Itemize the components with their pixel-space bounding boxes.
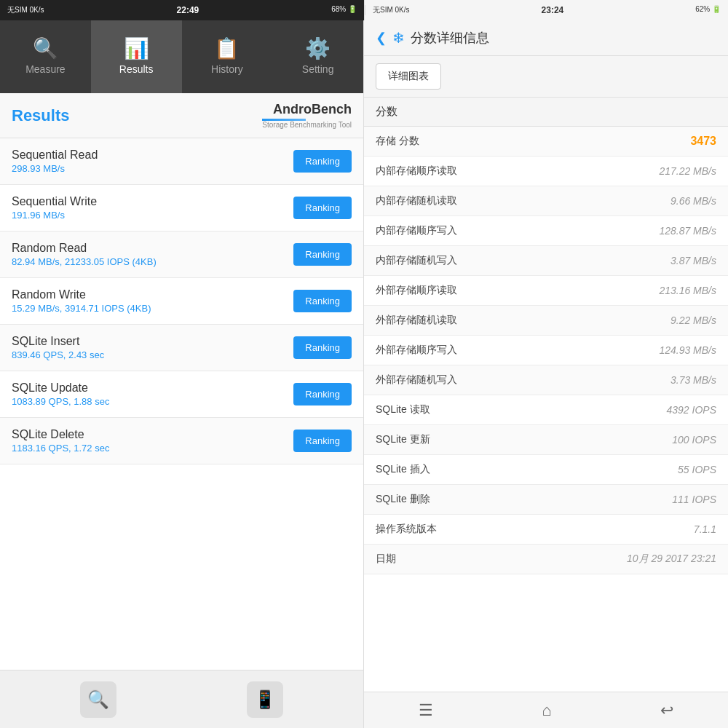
right-time: 23:24	[542, 5, 564, 15]
score-row: SQLite 删除 111 IOPS	[364, 485, 728, 515]
benchmark-value: 1083.89 QPS, 1.88 sec	[12, 396, 109, 407]
score-row: 内部存储随机写入 3.87 MB/s	[364, 246, 728, 276]
score-value: 100 IOPS	[672, 434, 716, 446]
benchmark-info: Random Read 82.94 MB/s, 21233.05 IOPS (4…	[12, 242, 157, 267]
results-title: Results	[12, 106, 69, 125]
score-row: 外部存储顺序写入 124.93 MB/s	[364, 336, 728, 365]
benchmark-value: 839.46 QPS, 2.43 sec	[12, 349, 104, 360]
score-label: 外部存储随机读取	[376, 314, 457, 327]
ranking-button[interactable]: Ranking	[293, 336, 352, 359]
benchmark-info: SQLite Update 1083.89 QPS, 1.88 sec	[12, 381, 109, 407]
results-tab-label: Results	[119, 63, 154, 75]
snowflake-icon: ❄	[392, 29, 405, 47]
menu-nav-icon[interactable]: ☰	[419, 701, 433, 720]
score-row: 操作系统版本 7.1.1	[364, 515, 728, 545]
right-bottom-nav: ☰ ⌂ ↩	[364, 692, 728, 728]
home-nav-icon[interactable]: ⌂	[542, 701, 551, 720]
setting-icon: ⚙️	[305, 39, 331, 59]
score-row: 存储 分数 3473	[364, 127, 728, 157]
benchmark-info: SQLite Insert 839.46 QPS, 2.43 sec	[12, 335, 104, 360]
ranking-button[interactable]: Ranking	[293, 243, 352, 266]
benchmark-row: Random Read 82.94 MB/s, 21233.05 IOPS (4…	[0, 232, 363, 278]
results-header: Results AndroBench Storage Benchmarking …	[0, 93, 363, 138]
tab-setting[interactable]: ⚙️ Setting	[272, 20, 363, 93]
score-value: 213.16 MB/s	[659, 285, 716, 296]
detail-chart-button[interactable]: 详细图表	[376, 63, 441, 90]
benchmark-row: Sequential Read 298.93 MB/s Ranking	[0, 138, 363, 185]
score-row: 内部存储随机读取 9.66 MB/s	[364, 186, 728, 216]
ranking-button[interactable]: Ranking	[293, 150, 352, 173]
benchmark-list: Sequential Read 298.93 MB/s Ranking Sequ…	[0, 138, 363, 670]
back-nav-icon[interactable]: ↩	[660, 701, 673, 720]
score-row: 内部存储顺序写入 128.87 MB/s	[364, 216, 728, 246]
ranking-button[interactable]: Ranking	[293, 290, 352, 312]
benchmark-name: SQLite Insert	[12, 335, 104, 348]
right-header: ❮ ❄ 分数详细信息	[364, 20, 728, 56]
score-label: SQLite 读取	[376, 403, 430, 416]
score-label: 内部存储随机读取	[376, 194, 457, 207]
tab-history[interactable]: 📋 History	[182, 20, 273, 93]
score-row: 外部存储随机读取 9.22 MB/s	[364, 306, 728, 336]
history-label: History	[211, 63, 243, 75]
score-value: 3473	[690, 135, 716, 148]
score-label: 内部存储随机写入	[376, 254, 457, 267]
score-label: 内部存储顺序写入	[376, 224, 457, 237]
score-value: 4392 IOPS	[667, 404, 717, 416]
tab-results[interactable]: 📊 Results	[91, 20, 182, 93]
benchmark-name: SQLite Delete	[12, 428, 109, 441]
setting-label: Setting	[302, 63, 334, 75]
left-time: 22:49	[177, 5, 199, 15]
score-row: 外部存储随机写入 3.73 MB/s	[364, 365, 728, 395]
left-bottom: 🔍 📱	[0, 670, 363, 728]
left-battery: 68% 🔋	[331, 5, 357, 15]
benchmark-value: 82.94 MB/s, 21233.05 IOPS (4KB)	[12, 256, 157, 267]
benchmark-name: Random Read	[12, 242, 157, 255]
benchmark-value: 191.96 MB/s	[12, 210, 97, 221]
score-value: 9.66 MB/s	[670, 195, 716, 207]
benchmark-value: 1183.16 QPS, 1.72 sec	[12, 443, 109, 454]
ranking-button[interactable]: Ranking	[293, 430, 352, 452]
score-row: 外部存储顺序读取 213.16 MB/s	[364, 276, 728, 306]
detail-btn-area: 详细图表	[364, 56, 728, 98]
left-signal: 无SIM 0K/s	[7, 5, 44, 15]
score-value: 3.73 MB/s	[670, 374, 716, 386]
ranking-button[interactable]: Ranking	[293, 383, 352, 405]
benchmark-info: Sequential Write 191.96 MB/s	[12, 195, 97, 221]
benchmark-name: Sequential Read	[12, 149, 98, 162]
benchmark-row: SQLite Update 1083.89 QPS, 1.88 sec Rank…	[0, 371, 363, 418]
bottom-icon-2: 📱	[247, 681, 283, 718]
score-value: 128.87 MB/s	[659, 225, 716, 237]
benchmark-name: Sequential Write	[12, 195, 97, 208]
score-value: 217.22 MB/s	[659, 165, 716, 177]
score-value: 124.93 MB/s	[659, 344, 716, 356]
score-label: SQLite 更新	[376, 433, 430, 446]
score-label: SQLite 插入	[376, 463, 430, 476]
bottom-icon-1: 🔍	[80, 681, 116, 718]
back-arrow[interactable]: ❮	[376, 30, 387, 46]
score-row: SQLite 更新 100 IOPS	[364, 425, 728, 455]
score-label: 操作系统版本	[376, 523, 437, 536]
tab-measure[interactable]: 🔍 Measure	[0, 20, 91, 93]
score-label: SQLite 删除	[376, 493, 430, 506]
benchmark-info: SQLite Delete 1183.16 QPS, 1.72 sec	[12, 428, 109, 454]
benchmark-name: SQLite Update	[12, 381, 109, 395]
right-battery: 62% 🔋	[695, 5, 721, 15]
score-label: 存储 分数	[376, 135, 419, 148]
results-icon: 📊	[124, 39, 149, 59]
score-row: 日期 10月 29 2017 23:21	[364, 545, 728, 574]
score-value: 55 IOPS	[678, 464, 716, 475]
benchmark-name: Random Write	[12, 288, 151, 301]
score-section-header: 分数	[364, 98, 728, 127]
benchmark-row: Random Write 15.29 MB/s, 3914.71 IOPS (4…	[0, 278, 363, 325]
benchmark-row: Sequential Write 191.96 MB/s Ranking	[0, 185, 363, 232]
ranking-button[interactable]: Ranking	[293, 197, 352, 219]
benchmark-value: 298.93 MB/s	[12, 163, 98, 174]
score-row: SQLite 读取 4392 IOPS	[364, 395, 728, 425]
androbench-name: AndroBench	[273, 102, 352, 117]
score-label: 日期	[376, 553, 396, 566]
score-value: 111 IOPS	[672, 494, 716, 505]
measure-icon: 🔍	[33, 39, 58, 59]
score-label: 外部存储随机写入	[376, 373, 457, 387]
androbench-logo: AndroBench Storage Benchmarking Tool	[262, 102, 352, 129]
score-label: 外部存储顺序读取	[376, 284, 457, 297]
